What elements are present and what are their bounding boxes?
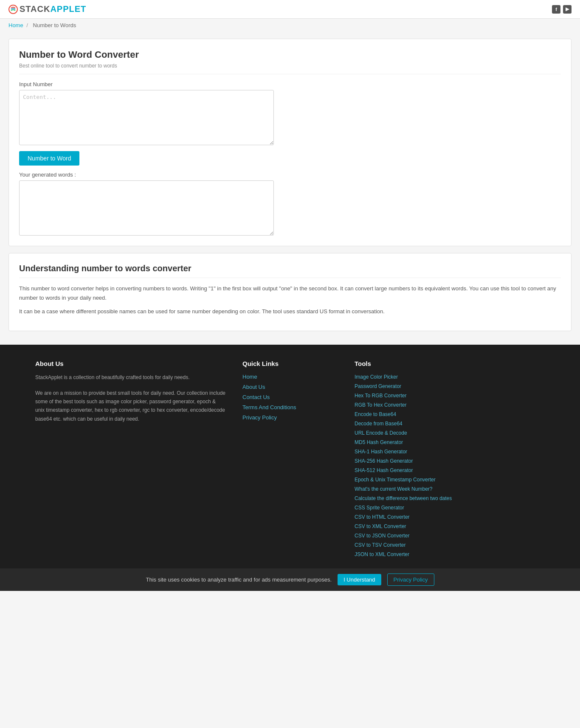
convert-button[interactable]: Number to Word [19, 151, 79, 166]
footer-tool-link[interactable]: Calculate the difference between two dat… [355, 495, 452, 501]
footer-tool-link[interactable]: JSON to XML Converter [355, 551, 409, 557]
list-item: Calculate the difference between two dat… [355, 495, 545, 501]
footer-tool-link[interactable]: CSV to TSV Converter [355, 542, 406, 548]
logo-stack-text: STACK [20, 4, 50, 14]
breadcrumb-separator: / [26, 22, 28, 28]
footer-tool-link[interactable]: Image Color Picker [355, 374, 398, 380]
footer-about-line1: StackApplet is a collection of beautiful… [35, 373, 225, 382]
footer-link-terms[interactable]: Terms And Conditions [242, 404, 296, 410]
list-item: Terms And Conditions [242, 404, 338, 410]
footer-tool-link[interactable]: What's the current Week Number? [355, 486, 432, 492]
input-textarea[interactable] [19, 90, 274, 145]
list-item: Privacy Policy [242, 414, 338, 421]
list-item: MD5 Hash Generator [355, 438, 545, 445]
list-item: Image Color Picker [355, 373, 545, 380]
list-item: SHA-1 Hash Generator [355, 448, 545, 455]
footer-quick-links-title: Quick Links [242, 360, 338, 367]
list-item: Encode to Base64 [355, 410, 545, 417]
breadcrumb-current: Number to Words [33, 22, 76, 28]
footer-tool-link[interactable]: Password Generator [355, 383, 401, 389]
cookie-banner: This site uses cookies to analyze traffi… [0, 568, 580, 591]
list-item: Password Generator [355, 382, 545, 389]
footer-tools-list: Image Color PickerPassword GeneratorHex … [355, 373, 545, 557]
footer-tool-link[interactable]: URL Encode & Decode [355, 430, 407, 436]
list-item: URL Encode & Decode [355, 429, 545, 436]
footer-tool-link[interactable]: Decode from Base64 [355, 421, 403, 427]
list-item: Contact Us [242, 394, 338, 400]
description-para2: It can be a case where different possibl… [19, 307, 561, 316]
list-item: SHA-512 Hash Generator [355, 467, 545, 473]
footer-tool-link[interactable]: RGB To Hex Converter [355, 402, 407, 408]
footer-tool-link[interactable]: CSV to JSON Converter [355, 533, 409, 539]
footer-link-contact[interactable]: Contact Us [242, 394, 270, 400]
footer-tools: Tools Image Color PickerPassword Generat… [355, 360, 545, 560]
list-item: Home [242, 373, 338, 380]
description-title: Understanding number to words converter [19, 264, 561, 278]
footer-about-title: About Us [35, 360, 225, 367]
footer-about: About Us StackApplet is a collection of … [35, 360, 225, 560]
output-label: Your generated words : [19, 171, 561, 178]
facebook-icon[interactable]: f [552, 5, 560, 14]
cookie-text: This site uses cookies to analyze traffi… [146, 576, 332, 583]
list-item: CSV to JSON Converter [355, 532, 545, 539]
description-card: Understanding number to words converter … [8, 253, 572, 331]
footer-tool-link[interactable]: Epoch & Unix Timestamp Converter [355, 477, 436, 483]
footer-tool-link[interactable]: SHA-256 Hash Generator [355, 458, 413, 464]
list-item: Epoch & Unix Timestamp Converter [355, 476, 545, 483]
list-item: Hex To RGB Converter [355, 392, 545, 399]
list-item: JSON to XML Converter [355, 551, 545, 557]
footer-tool-link[interactable]: Encode to Base64 [355, 411, 396, 417]
output-textarea[interactable] [19, 180, 274, 236]
header: STACKAPPLET f ▶ [0, 0, 580, 19]
logo-icon [8, 5, 18, 14]
list-item: About Us [242, 383, 338, 390]
cookie-understand-button[interactable]: I Understand [338, 574, 381, 585]
footer-tools-title: Tools [355, 360, 545, 367]
list-item: Decode from Base64 [355, 420, 545, 427]
converter-title: Number to Word Converter [19, 49, 561, 60]
list-item: SHA-256 Hash Generator [355, 457, 545, 464]
input-label: Input Number [19, 81, 561, 87]
footer-link-privacy[interactable]: Privacy Policy [242, 414, 277, 421]
youtube-icon[interactable]: ▶ [563, 5, 572, 14]
cookie-privacy-button[interactable]: Privacy Policy [387, 573, 434, 586]
converter-subtitle: Best online tool to convert number to wo… [19, 63, 561, 74]
list-item: CSS Sprite Generator [355, 504, 545, 511]
logo[interactable]: STACKAPPLET [8, 4, 86, 14]
list-item: CSV to HTML Converter [355, 513, 545, 520]
breadcrumb: Home / Number to Words [0, 19, 580, 32]
footer: About Us StackApplet is a collection of … [0, 345, 580, 568]
footer-quick-links: Quick Links Home About Us Contact Us Ter… [242, 360, 338, 560]
footer-tool-link[interactable]: CSS Sprite Generator [355, 505, 404, 511]
footer-tool-link[interactable]: SHA-512 Hash Generator [355, 467, 413, 473]
logo-applet-text: APPLET [50, 4, 86, 14]
description-para1: This number to word converter helps in c… [19, 284, 561, 303]
list-item: CSV to XML Converter [355, 523, 545, 529]
footer-grid: About Us StackApplet is a collection of … [35, 360, 545, 560]
main-content: Number to Word Converter Best online too… [0, 32, 580, 345]
footer-link-about[interactable]: About Us [242, 384, 265, 390]
list-item: RGB To Hex Converter [355, 401, 545, 408]
footer-tool-link[interactable]: SHA-1 Hash Generator [355, 449, 407, 455]
footer-tool-link[interactable]: CSV to XML Converter [355, 523, 406, 529]
breadcrumb-home[interactable]: Home [8, 22, 23, 28]
social-links: f ▶ [552, 5, 572, 14]
list-item: CSV to TSV Converter [355, 541, 545, 548]
footer-links-list: Home About Us Contact Us Terms And Condi… [242, 373, 338, 421]
footer-tool-link[interactable]: MD5 Hash Generator [355, 439, 403, 445]
footer-tool-link[interactable]: CSV to HTML Converter [355, 514, 410, 520]
converter-card: Number to Word Converter Best online too… [8, 39, 572, 246]
footer-link-home[interactable]: Home [242, 374, 257, 380]
footer-about-line2: We are on a mission to provide best smal… [35, 389, 225, 424]
list-item: What's the current Week Number? [355, 485, 545, 492]
footer-tool-link[interactable]: Hex To RGB Converter [355, 393, 407, 399]
